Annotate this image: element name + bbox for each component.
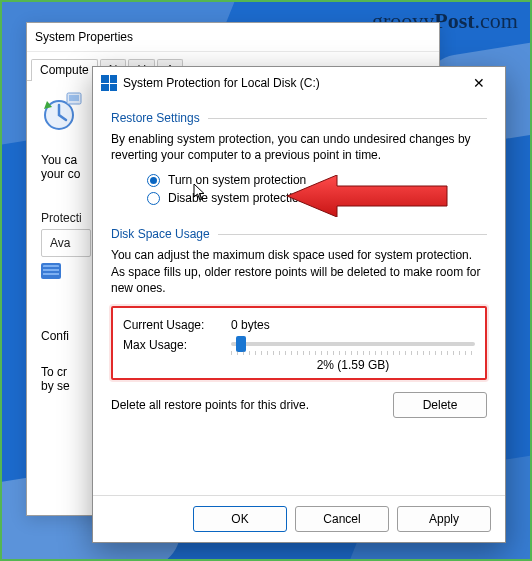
cancel-button[interactable]: Cancel: [295, 506, 389, 532]
system-protection-dialog: System Protection for Local Disk (C:) ✕ …: [92, 66, 506, 543]
radio-off-indicator: [147, 192, 160, 205]
delete-button[interactable]: Delete: [393, 392, 487, 418]
drive-list[interactable]: Ava: [41, 229, 91, 257]
svg-rect-2: [69, 95, 79, 101]
ok-button[interactable]: OK: [193, 506, 287, 532]
slider-thumb[interactable]: [236, 336, 246, 352]
current-usage-value: 0 bytes: [231, 318, 270, 332]
radio-on-label: Turn on system protection: [168, 173, 306, 187]
front-titlebar[interactable]: System Protection for Local Disk (C:) ✕: [93, 67, 505, 99]
back-titlebar[interactable]: System Properties: [27, 23, 439, 52]
dialog-footer: OK Cancel Apply: [93, 495, 505, 542]
apply-button[interactable]: Apply: [397, 506, 491, 532]
close-icon: ✕: [473, 75, 485, 91]
dialog-title: System Protection for Local Disk (C:): [123, 76, 455, 90]
max-usage-label: Max Usage:: [123, 336, 231, 352]
restore-settings-group: Restore Settings: [111, 111, 487, 125]
back-window-title: System Properties: [35, 30, 133, 44]
restore-icon: [41, 91, 83, 133]
group-label: Restore Settings: [111, 111, 200, 125]
radio-off-label: Disable system protection: [168, 191, 305, 205]
delete-description: Delete all restore points for this drive…: [111, 398, 383, 412]
squares-icon: [101, 75, 117, 91]
close-button[interactable]: ✕: [461, 71, 497, 95]
slider-ticks: [231, 351, 475, 355]
radio-turn-on-system-protection[interactable]: Turn on system protection: [147, 173, 487, 187]
tab-computer-name[interactable]: Compute: [31, 59, 98, 81]
radio-disable-system-protection[interactable]: Disable system protection: [147, 191, 487, 205]
current-usage-label: Current Usage:: [123, 318, 231, 332]
group-label: Disk Space Usage: [111, 227, 210, 241]
max-usage-reading: 2% (1.59 GB): [231, 358, 475, 372]
max-usage-slider[interactable]: [231, 342, 475, 346]
drive-icon: [41, 263, 61, 279]
annotation-highlight-box: Current Usage: 0 bytes Max Usage: 2% (1.…: [111, 306, 487, 380]
restore-description: By enabling system protection, you can u…: [111, 131, 487, 163]
disk-space-usage-group: Disk Space Usage: [111, 227, 487, 241]
available-drives-label: Ava: [50, 236, 70, 250]
disk-description: You can adjust the maximum disk space us…: [111, 247, 487, 296]
radio-on-indicator: [147, 174, 160, 187]
